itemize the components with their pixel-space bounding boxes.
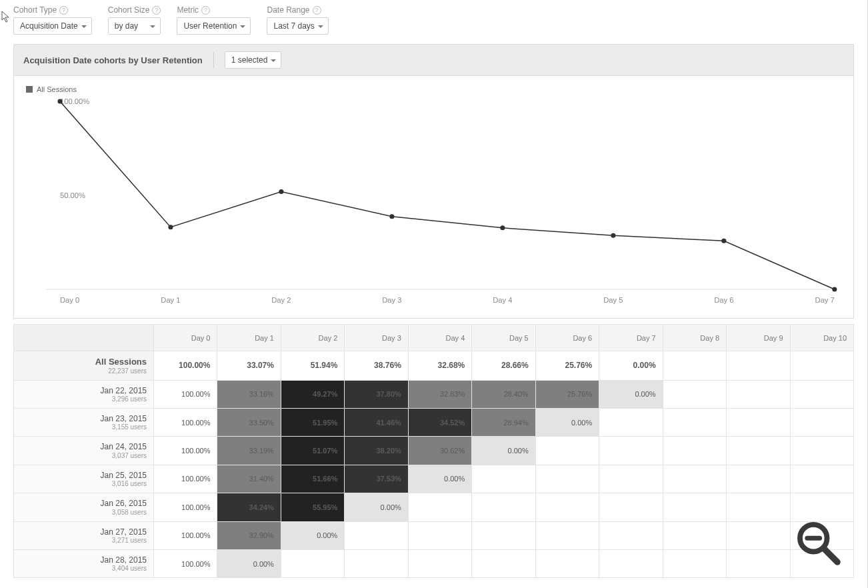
table-cell	[535, 549, 599, 577]
table-cell: 0.00%	[472, 437, 535, 465]
cohort-type-select[interactable]: Acquisition Date	[13, 17, 92, 35]
svg-text:Day 2: Day 2	[271, 296, 291, 304]
help-icon[interactable]: ?	[59, 6, 68, 15]
table-cell	[663, 351, 726, 381]
svg-point-14	[389, 214, 394, 219]
table-cell	[472, 521, 535, 549]
help-icon[interactable]: ?	[152, 6, 161, 15]
table-cell	[408, 493, 471, 521]
svg-line-21	[824, 549, 837, 562]
table-cell	[345, 549, 408, 577]
table-cell	[663, 465, 726, 493]
table-cell	[790, 437, 853, 465]
table-cell: 100.00%	[154, 465, 217, 493]
table-cell	[727, 549, 790, 577]
table-cell: 34.24%	[217, 493, 281, 521]
svg-point-13	[279, 189, 283, 194]
table-total-row: All Sessions22,237 users100.00%33.07%51.…	[14, 351, 854, 381]
table-cell	[345, 521, 408, 549]
table-row: Jan 24, 20153,037 users100.00%33.19%51.0…	[14, 437, 854, 465]
table-cell	[727, 521, 790, 549]
table-cell	[535, 521, 599, 549]
table-cell: 100.00%	[154, 549, 217, 577]
table-cell	[281, 549, 344, 577]
table-cell	[727, 493, 790, 521]
table-cell: 33.16%	[217, 380, 281, 408]
svg-point-12	[168, 225, 173, 229]
cohort-size-select[interactable]: by day	[108, 17, 161, 35]
table-cell: 34.52%	[408, 408, 471, 436]
table-cell	[727, 351, 790, 381]
table-cell: 51.07%	[281, 437, 344, 465]
table-cell: 0.00%	[217, 549, 281, 577]
svg-text:Day 0: Day 0	[60, 296, 79, 304]
table-cell: 28.94%	[472, 408, 535, 436]
table-column-header: Day 2	[281, 325, 344, 351]
cohort-size-label: Cohort Size ?	[108, 5, 161, 15]
help-icon[interactable]: ?	[313, 6, 321, 15]
table-cell	[727, 408, 790, 436]
date-range-select[interactable]: Last 7 days	[267, 17, 328, 35]
table-row: Jan 25, 20153,016 users100.00%31.40%51.6…	[14, 465, 854, 493]
table-row: Jan 28, 20153,404 users100.00%0.00%	[14, 549, 854, 577]
help-icon[interactable]: ?	[201, 6, 210, 15]
table-cell	[663, 437, 726, 465]
table-cell: 0.00%	[281, 521, 344, 549]
metric-select[interactable]: User Retention	[177, 17, 251, 35]
table-column-header: Day 8	[663, 325, 726, 351]
table-cell: 49.27%	[281, 380, 344, 408]
table-cell: 0.00%	[535, 408, 599, 436]
zoom-out-icon	[793, 517, 845, 569]
table-column-header: Day 5	[472, 325, 535, 351]
metric-label: Metric ?	[177, 5, 251, 15]
table-cell: 100.00%	[154, 408, 217, 436]
row-header: Jan 25, 20153,016 users	[14, 465, 154, 493]
table-cell	[472, 465, 535, 493]
zoom-out-button[interactable]	[793, 517, 845, 571]
row-header: All Sessions22,237 users	[14, 351, 154, 381]
table-cell	[535, 437, 599, 465]
row-header: Jan 22, 20153,296 users	[14, 380, 154, 408]
table-cell: 33.50%	[217, 408, 281, 436]
table-cell	[535, 465, 599, 493]
table-column-header: Day 9	[727, 325, 790, 351]
table-cell: 0.00%	[408, 465, 471, 493]
legend-series-name: All Sessions	[37, 85, 77, 93]
table-cell: 38.20%	[345, 437, 408, 465]
table-cell	[408, 521, 471, 549]
table-column-header: Day 4	[408, 325, 471, 351]
table-cell: 0.00%	[345, 493, 408, 521]
svg-point-17	[721, 239, 726, 243]
svg-text:Day 3: Day 3	[382, 296, 401, 304]
svg-text:Day 4: Day 4	[493, 296, 512, 304]
table-cell	[663, 380, 726, 408]
table-column-header: Day 0	[154, 325, 217, 351]
svg-text:50.00%: 50.00%	[60, 191, 85, 199]
table-cell: 37.53%	[345, 465, 408, 493]
series-filter-select[interactable]: 1 selected	[225, 51, 282, 69]
date-range-label: Date Range ?	[267, 5, 328, 15]
table-cell: 51.66%	[281, 465, 344, 493]
table-column-header: Day 3	[345, 325, 408, 351]
row-header: Jan 23, 20153,155 users	[14, 408, 154, 436]
row-header: Jan 27, 20153,271 users	[14, 521, 154, 549]
chart-panel-header: Acquisition Date cohorts by User Retenti…	[13, 44, 854, 76]
table-cell	[790, 465, 853, 493]
svg-point-11	[57, 99, 62, 104]
table-cell	[790, 408, 853, 436]
divider	[213, 52, 214, 68]
table-cell	[663, 521, 726, 549]
table-cell	[408, 549, 471, 577]
table-cell	[727, 465, 790, 493]
table-cell: 100.00%	[154, 521, 217, 549]
chart-title: Acquisition Date cohorts by User Retenti…	[23, 55, 203, 65]
table-column-header: Day 1	[217, 325, 281, 351]
table-cell: 33.19%	[217, 437, 281, 465]
table-cell: 32.68%	[408, 351, 471, 381]
chart-legend: All Sessions	[26, 85, 841, 93]
table-cell: 41.46%	[345, 408, 408, 436]
table-row: Jan 27, 20153,271 users100.00%32.90%0.00…	[14, 521, 854, 549]
table-cell: 100.00%	[154, 351, 217, 381]
table-cell	[599, 437, 663, 465]
svg-text:Day 1: Day 1	[161, 296, 180, 304]
